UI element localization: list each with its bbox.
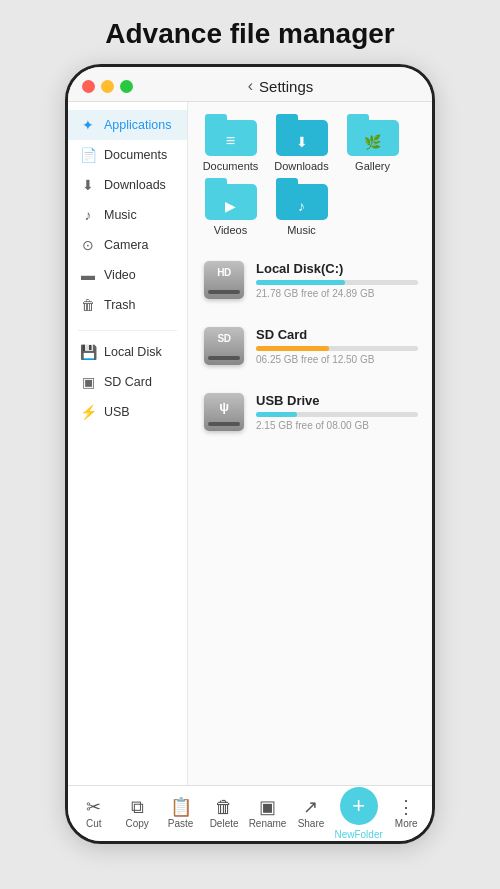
sidebar-item-trash[interactable]: 🗑 Trash: [68, 290, 187, 320]
sdcard-icon: ▣: [80, 374, 96, 390]
drive-bar-bg-sdcard: [256, 346, 418, 351]
toolbar-label-share: Share: [298, 818, 325, 829]
drive-item-localdisk[interactable]: HD Local Disk(C:) 21.78 GB free of 24.89…: [198, 252, 422, 308]
drive-icon-wrap-usb: ψ: [202, 390, 246, 434]
sidebar-label-usb: USB: [104, 405, 130, 419]
drive-info-sdcard: SD Card 06.25 GB free of 12.50 GB: [256, 327, 418, 365]
drive-free-sdcard: 06.25 GB free of 12.50 GB: [256, 354, 418, 365]
drive-bar-fill-localdisk: [256, 280, 345, 285]
sidebar-section-2: 💾 Local Disk ▣ SD Card ⚡ USB: [68, 337, 187, 427]
drive-name-sdcard: SD Card: [256, 327, 418, 342]
sidebar-label-trash: Trash: [104, 298, 136, 312]
toolbar-item-share[interactable]: ↗ Share: [291, 798, 331, 829]
phone-frame: ‹ Settings ✦ Applications 📄 Documents ⬇ …: [65, 64, 435, 844]
folder-label-downloads: Downloads: [274, 160, 328, 172]
drive-bar-fill-usb: [256, 412, 297, 417]
top-bar: ‹ Settings: [68, 67, 432, 102]
folder-inner-icon-documents: ≡: [226, 132, 235, 150]
sidebar-item-video[interactable]: ▬ Video: [68, 260, 187, 290]
drive-item-usb[interactable]: ψ USB Drive 2.15 GB free of 08.00 GB: [198, 384, 422, 440]
drive-list: HD Local Disk(C:) 21.78 GB free of 24.89…: [198, 252, 422, 440]
drive-icon-usb: ψ: [204, 393, 244, 431]
toolbar-item-paste[interactable]: 📋 Paste: [161, 798, 201, 829]
sidebar-label-localdisk: Local Disk: [104, 345, 162, 359]
toolbar-label-cut: Cut: [86, 818, 102, 829]
sidebar-label-camera: Camera: [104, 238, 148, 252]
folder-icon-downloads: ⬇: [276, 114, 328, 156]
sidebar-item-applications[interactable]: ✦ Applications: [68, 110, 187, 140]
folder-item-music[interactable]: ♪ Music: [269, 178, 334, 236]
drive-icon-hd: HD: [204, 261, 244, 299]
folder-item-videos[interactable]: ▶ Videos: [198, 178, 263, 236]
back-arrow-icon[interactable]: ‹: [248, 77, 253, 95]
drive-info-localdisk: Local Disk(C:) 21.78 GB free of 24.89 GB: [256, 261, 418, 299]
drive-name-usb: USB Drive: [256, 393, 418, 408]
share-icon: ↗: [303, 798, 318, 816]
folder-icon-documents: ≡: [205, 114, 257, 156]
folder-item-downloads[interactable]: ⬇ Downloads: [269, 114, 334, 172]
sidebar: ✦ Applications 📄 Documents ⬇ Downloads ♪…: [68, 102, 188, 785]
new-folder-btn[interactable]: +: [340, 787, 378, 825]
toolbar-item-delete[interactable]: 🗑 Delete: [204, 798, 244, 829]
folder-item-gallery[interactable]: 🌿 Gallery: [340, 114, 405, 172]
sidebar-label-applications: Applications: [104, 118, 171, 132]
folder-label-music: Music: [287, 224, 316, 236]
drive-icon-sd: SD: [204, 327, 244, 365]
toolbar-item-newfolder[interactable]: + NewFolder: [334, 787, 382, 840]
toolbar-label-rename: Rename: [249, 818, 287, 829]
drive-bar-fill-sdcard: [256, 346, 329, 351]
plus-icon: +: [352, 793, 365, 819]
sidebar-label-sdcard: SD Card: [104, 375, 152, 389]
documents-icon: 📄: [80, 147, 96, 163]
page-title: Advance file manager: [0, 18, 500, 50]
hd-badge: HD: [217, 267, 230, 278]
sidebar-item-usb[interactable]: ⚡ USB: [68, 397, 187, 427]
localdisk-icon: 💾: [80, 344, 96, 360]
sidebar-label-music: Music: [104, 208, 137, 222]
toolbar-item-more[interactable]: ⋮ More: [386, 798, 426, 829]
drive-info-usb: USB Drive 2.15 GB free of 08.00 GB: [256, 393, 418, 431]
minimize-button[interactable]: [101, 80, 114, 93]
toolbar-label-newfolder: NewFolder: [334, 829, 382, 840]
toolbar-item-rename[interactable]: ▣ Rename: [248, 798, 288, 829]
sidebar-item-music[interactable]: ♪ Music: [68, 200, 187, 230]
drive-icon-wrap-sdcard: SD: [202, 324, 246, 368]
rename-icon: ▣: [259, 798, 276, 816]
toolbar-item-cut[interactable]: ✂ Cut: [74, 798, 114, 829]
close-button[interactable]: [82, 80, 95, 93]
top-bar-center: ‹ Settings: [143, 77, 418, 95]
folder-item-documents[interactable]: ≡ Documents: [198, 114, 263, 172]
downloads-icon: ⬇: [80, 177, 96, 193]
folder-inner-icon-videos: ▶: [225, 198, 236, 214]
sidebar-label-video: Video: [104, 268, 136, 282]
sidebar-item-localdisk[interactable]: 💾 Local Disk: [68, 337, 187, 367]
music-icon: ♪: [80, 207, 96, 223]
folder-inner-icon-gallery: 🌿: [364, 134, 381, 150]
window-buttons: [82, 80, 133, 93]
folder-icon-gallery: 🌿: [347, 114, 399, 156]
toolbar-label-delete: Delete: [210, 818, 239, 829]
drive-bar-bg-localdisk: [256, 280, 418, 285]
drive-bar-bg-usb: [256, 412, 418, 417]
more-icon: ⋮: [397, 798, 415, 816]
maximize-button[interactable]: [120, 80, 133, 93]
folder-icon-videos: ▶: [205, 178, 257, 220]
camera-icon: ⊙: [80, 237, 96, 253]
sidebar-item-camera[interactable]: ⊙ Camera: [68, 230, 187, 260]
bottom-toolbar: ✂ Cut ⧉ Copy 📋 Paste 🗑 Delete ▣ Rename ↗…: [68, 785, 432, 841]
usb-icon: ⚡: [80, 404, 96, 420]
content-area: ≡ Documents ⬇ Downloads: [188, 102, 432, 785]
usb-badge: ψ: [219, 399, 228, 414]
toolbar-item-copy[interactable]: ⧉ Copy: [117, 798, 157, 829]
top-bar-title: Settings: [259, 78, 313, 95]
folder-label-videos: Videos: [214, 224, 247, 236]
sidebar-item-downloads[interactable]: ⬇ Downloads: [68, 170, 187, 200]
sidebar-item-documents[interactable]: 📄 Documents: [68, 140, 187, 170]
toolbar-label-copy: Copy: [125, 818, 148, 829]
sidebar-item-sdcard[interactable]: ▣ SD Card: [68, 367, 187, 397]
cut-icon: ✂: [86, 798, 101, 816]
drive-item-sdcard[interactable]: SD SD Card 06.25 GB free of 12.50 GB: [198, 318, 422, 374]
folder-inner-icon-downloads: ⬇: [296, 134, 308, 150]
drive-free-usb: 2.15 GB free of 08.00 GB: [256, 420, 418, 431]
folder-label-gallery: Gallery: [355, 160, 390, 172]
